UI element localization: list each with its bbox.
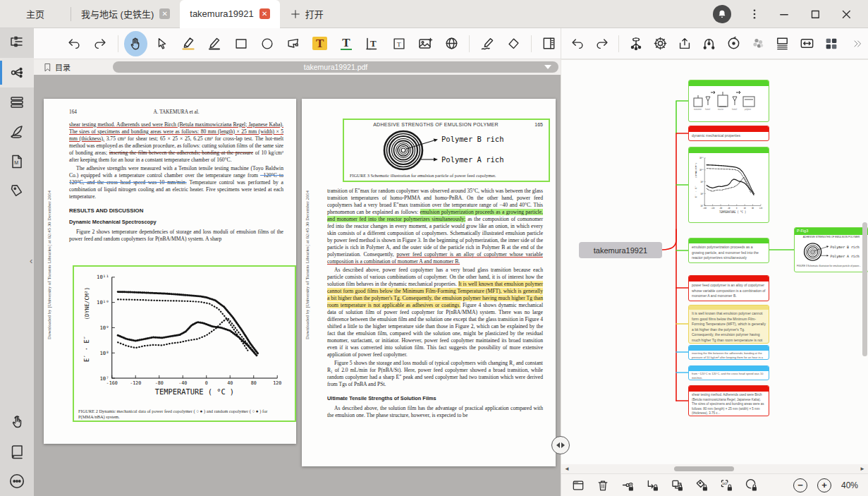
figure2-annotation-rect[interactable]: 10¹¹10¹⁰10⁹10⁸10⁷-160-120-80-4004080120T… — [73, 265, 296, 422]
map-grid-view-button[interactable] — [821, 31, 843, 56]
window-tab-bar: 主页 我与地坛 (史铁生) ✕ takemura19921 ✕ 打开 — [0, 0, 868, 28]
select-tool-button[interactable] — [150, 31, 173, 56]
map-structure-button[interactable] — [625, 31, 647, 56]
svg-text:10⁸: 10⁸ — [700, 192, 704, 195]
collapse-panel-arrow[interactable]: ‹ — [30, 255, 32, 266]
svg-text:120: 120 — [759, 206, 762, 210]
undo-button[interactable] — [62, 31, 85, 56]
maximize-button[interactable] — [809, 8, 821, 20]
minimize-button[interactable] — [778, 8, 790, 20]
mindmap-horizontal-scrollbar[interactable]: ◄ ► — [561, 464, 868, 473]
mindmap-node-figure3[interactable]: P-Fig3 ADHESIVE STRENGTHS OF EMULSION PO… — [794, 227, 868, 272]
lasso-lock-button[interactable] — [740, 476, 762, 495]
sidebar-markdown-button[interactable]: M — [0, 147, 34, 176]
mindmap-vertical-scrollbar[interactable] — [862, 222, 867, 356]
sidebar-outline-button[interactable] — [0, 28, 34, 58]
mindmap-center-node[interactable]: takemura19921 — [579, 242, 662, 258]
scroll-right-arrow[interactable]: ► — [857, 466, 868, 472]
underline-text-tool-button[interactable]: T — [334, 31, 357, 56]
mindmap-node-mft[interactable]: It is well known that emulsion polymer c… — [688, 305, 769, 344]
toc-button[interactable]: 目录 — [34, 61, 71, 73]
mindmap-node-emulsion-polymerization[interactable]: emulsion polymerization proceeds as a gr… — [688, 238, 769, 263]
map-redo-button[interactable] — [592, 31, 613, 56]
scrollbar-thumb[interactable] — [674, 466, 734, 471]
tab-document-2-active[interactable]: takemura19921 ✕ — [180, 0, 279, 28]
sidebar-more-button[interactable] — [0, 466, 34, 496]
tag-lock-icon — [695, 478, 709, 492]
tag-lock-button[interactable] — [690, 476, 713, 495]
eraser-tool-button[interactable] — [501, 31, 525, 56]
notification-bell-button[interactable] — [713, 5, 731, 23]
pen-tool-button[interactable] — [203, 31, 226, 56]
highlight-text-tool-button[interactable]: T — [308, 31, 331, 56]
card-view-button[interactable] — [567, 476, 589, 495]
insert-image-tool-button[interactable] — [413, 31, 436, 56]
open-file-button[interactable]: 打开 — [280, 7, 334, 20]
tab-close-icon[interactable]: ✕ — [259, 8, 270, 19]
mindmap-node-strike-2[interactable]: from −120°C to 120°C, and the cross head… — [688, 365, 769, 380]
panel-divider-toggle[interactable] — [551, 436, 570, 454]
home-tab[interactable]: 主页 — [0, 7, 71, 20]
mindmap-node-strike-1[interactable]: inserting the film between the adherends… — [688, 345, 769, 360]
map-theme-button[interactable] — [747, 31, 769, 56]
map-layout-button[interactable] — [771, 31, 793, 56]
figure3-thumb-title: ADHESIVE STRENGTHS OF EMULSION POLYMER — [797, 236, 866, 239]
sidebar-library-button[interactable] — [0, 437, 34, 466]
zoom-out-button[interactable]: − — [793, 478, 807, 492]
close-button[interactable] — [840, 8, 852, 20]
map-settings-button[interactable] — [649, 31, 671, 56]
document-title-bar[interactable]: takemura19921.pdf — [113, 61, 558, 73]
chevron-down-icon[interactable] — [544, 65, 551, 69]
delete-node-button[interactable] — [592, 476, 614, 495]
sidebar-mindmap-button[interactable] — [0, 58, 34, 87]
connector-lock-button[interactable] — [641, 476, 664, 495]
mindmap-node-dynamic-properties[interactable]: dynamic mechanical properties — [688, 126, 769, 141]
tab-document-1[interactable]: 我与地坛 (史铁生) ✕ — [71, 0, 180, 28]
map-history-button[interactable] — [723, 31, 745, 56]
pdf-page-left[interactable]: Downloaded by [University of Toronto Lib… — [44, 99, 296, 444]
running-head: ADHESIVE STRENGTHS OF EMULSION POLYMER — [350, 122, 522, 127]
scroll-left-arrow[interactable]: ◄ — [561, 466, 573, 472]
sidebar-tags-button[interactable] — [0, 176, 34, 206]
ocr-lock-button[interactable]: ocr — [715, 476, 738, 495]
ellipse-tool-button[interactable] — [255, 31, 279, 56]
pin-lock-button[interactable] — [616, 476, 639, 495]
grid-view-icon — [824, 36, 839, 52]
highlighter-tool-button[interactable] — [176, 31, 200, 56]
polygon-tool-button[interactable] — [282, 31, 305, 56]
svg-text:10⁸: 10⁸ — [99, 350, 109, 356]
hand-tool-button[interactable] — [124, 31, 147, 56]
map-branch-style-button[interactable] — [698, 31, 720, 56]
mindmap-node-copolymer-alloy[interactable]: power feed copolymer is an alloy of copo… — [688, 275, 769, 301]
pdf-viewer-area: 目录 takemura19921.pdf ‹ Downloaded by [Un… — [34, 59, 561, 496]
textbox-tool-button[interactable]: T — [387, 31, 410, 56]
svg-text:E′ · E″: E′ · E″ — [83, 336, 90, 362]
pdf-page-right[interactable]: Downloaded by [University of Toronto Lib… — [302, 99, 556, 466]
polygon-icon — [286, 36, 301, 52]
page-layout-button[interactable] — [537, 31, 561, 56]
signature-tool-button[interactable] — [475, 31, 499, 56]
duplicate-lock-button[interactable] — [666, 476, 688, 495]
book-icon — [8, 443, 25, 460]
mindmap-node-figure2[interactable]: 10¹¹10¹⁰10⁹10⁸10⁷-160-120-80-4004080120T… — [688, 147, 769, 223]
tab-close-icon[interactable]: ✕ — [159, 8, 170, 19]
sidebar-notes-button[interactable] — [0, 87, 34, 117]
zoom-in-button[interactable]: + — [817, 478, 831, 492]
sidebar-annotation-button[interactable] — [0, 117, 34, 147]
redo-button[interactable] — [88, 31, 111, 56]
map-fit-width-button[interactable] — [796, 31, 818, 56]
sidebar-gesture-button[interactable] — [0, 407, 34, 437]
mindmap-canvas[interactable]: takemura19921 monomerfunnelreactorfunnel… — [561, 60, 868, 464]
map-undo-button[interactable] — [567, 31, 589, 56]
note-list-icon — [8, 94, 25, 111]
strikethrough-text-tool-button[interactable]: T — [361, 31, 384, 56]
mindmap-node-figure1[interactable]: monomerfunnelreactorfunnelpolymer — [688, 80, 769, 122]
map-toolbar-more-button[interactable] — [846, 31, 868, 56]
svg-text:(DYNE/CM²): (DYNE/CM²) — [84, 287, 90, 320]
map-export-button[interactable] — [674, 31, 696, 56]
link-tool-button[interactable] — [440, 31, 463, 56]
rectangle-tool-button[interactable] — [229, 31, 252, 56]
kebab-menu-icon[interactable] — [750, 8, 759, 20]
mindmap-node-shear-testing[interactable]: shear testing method. Adherends used wer… — [688, 385, 769, 416]
figure3-annotation-rect[interactable]: ADHESIVE STRENGTHS OF EMULSION POLYMER 1… — [343, 119, 550, 182]
